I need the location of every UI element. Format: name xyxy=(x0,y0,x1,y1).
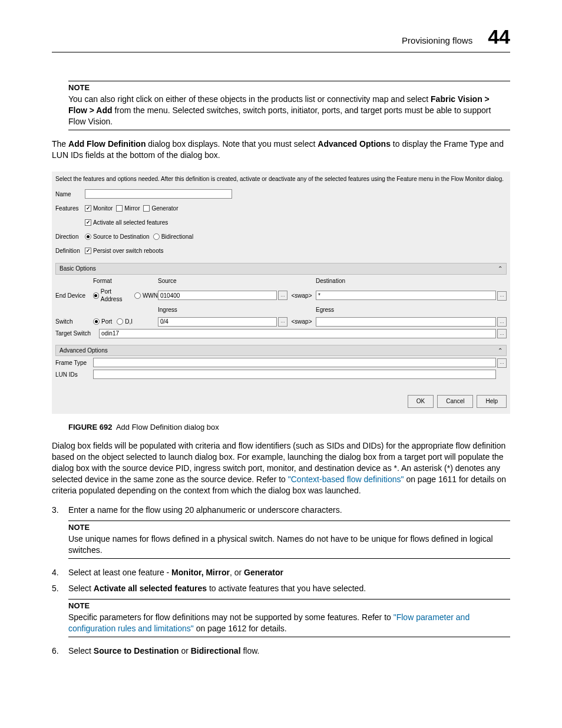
collapse-icon: ⌃ xyxy=(498,265,503,273)
add-flow-definition-dialog: Select the features and options needed. … xyxy=(52,172,510,414)
step-3: 3. Enter a name for the flow using 20 al… xyxy=(52,505,510,516)
port-address-radio[interactable]: Port Address xyxy=(93,288,130,304)
target-switch-input[interactable]: odin17 xyxy=(99,329,496,338)
swap-button[interactable]: <swap> xyxy=(291,292,312,299)
format-header: Format xyxy=(93,277,158,285)
name-input[interactable] xyxy=(85,189,232,199)
frame-type-label: Frame Type xyxy=(55,359,93,367)
note-label: NOTE xyxy=(68,83,510,93)
note-text: Specific parameters for flow definitions… xyxy=(68,612,510,634)
chapter-number: 44 xyxy=(488,24,510,51)
egress-header: Egress xyxy=(316,306,496,314)
note-text: Use unique names for flows defined in a … xyxy=(68,533,510,556)
ok-button[interactable]: OK xyxy=(408,395,434,408)
target-switch-browse-button[interactable]: … xyxy=(497,329,507,338)
figure-caption: FIGURE 692 Add Flow Definition dialog bo… xyxy=(68,422,510,433)
target-switch-label: Target Switch xyxy=(55,330,99,338)
step-6: 6. Select Source to Destination or Bidir… xyxy=(52,645,510,657)
generator-checkbox[interactable]: Generator xyxy=(143,205,178,213)
source-browse-button[interactable]: … xyxy=(278,291,287,300)
cancel-button[interactable]: Cancel xyxy=(437,395,473,408)
dialog-instruction: Select the features and options needed. … xyxy=(55,175,507,183)
frame-type-browse-button[interactable]: … xyxy=(497,358,507,368)
bidirectional-radio[interactable]: Bidirectional xyxy=(153,233,193,241)
basic-options-header[interactable]: Basic Options ⌃ xyxy=(55,263,507,275)
note-label: NOTE xyxy=(68,601,510,611)
monitor-checkbox[interactable]: Monitor xyxy=(85,205,113,213)
note-block: NOTE You can also right click on either … xyxy=(68,81,510,130)
egress-input[interactable] xyxy=(316,317,496,327)
wwn-radio[interactable]: WWN xyxy=(134,292,158,300)
ingress-input[interactable]: 0/4 xyxy=(158,317,277,327)
source-header: Source xyxy=(158,277,287,285)
features-label: Features xyxy=(55,205,85,213)
step-4: 4. Select at least one feature - Monitor… xyxy=(52,567,510,578)
source-input[interactable]: 010400 xyxy=(158,291,277,300)
lun-ids-input[interactable] xyxy=(93,370,496,379)
persist-checkbox[interactable]: Persist over switch reboots xyxy=(85,247,164,255)
mirror-checkbox[interactable]: Mirror xyxy=(116,205,140,213)
header-title: Provisioning flows xyxy=(402,35,472,47)
destination-input[interactable]: * xyxy=(316,291,496,300)
frame-type-input[interactable] xyxy=(93,358,496,367)
page-header: Provisioning flows 44 xyxy=(52,24,510,52)
swap-button-2[interactable]: <swap> xyxy=(291,318,312,325)
ingress-header: Ingress xyxy=(158,306,287,314)
di-radio[interactable]: D,I xyxy=(117,318,133,326)
destination-browse-button[interactable]: … xyxy=(497,291,507,301)
port-radio[interactable]: Port xyxy=(93,318,112,326)
advanced-options-header[interactable]: Advanced Options ⌃ xyxy=(55,345,507,357)
destination-header: Destination xyxy=(316,277,496,285)
source-to-destination-radio[interactable]: Source to Destination xyxy=(85,233,150,241)
note-block: NOTE Specific parameters for flow defini… xyxy=(68,599,510,637)
switch-label: Switch xyxy=(55,318,93,326)
end-device-label: End Device xyxy=(55,292,93,300)
paragraph: The Add Flow Definition dialog box displ… xyxy=(52,139,510,161)
egress-browse-button[interactable]: … xyxy=(497,317,507,327)
help-button[interactable]: Help xyxy=(477,395,507,408)
name-label: Name xyxy=(55,190,85,199)
note-text: You can also right click on either of th… xyxy=(68,94,510,127)
paragraph: Dialog box fields will be populated with… xyxy=(52,440,510,496)
activate-all-checkbox[interactable]: Activate all selected features xyxy=(85,219,168,227)
definition-label: Definition xyxy=(55,247,85,255)
note-block: NOTE Use unique names for flows defined … xyxy=(68,521,510,559)
direction-label: Direction xyxy=(55,233,85,241)
context-based-flow-link[interactable]: "Context-based flow definitions" xyxy=(288,475,404,484)
step-5: 5. Select Activate all selected features… xyxy=(52,583,510,594)
ingress-browse-button[interactable]: … xyxy=(278,317,287,327)
note-label: NOTE xyxy=(68,522,510,533)
lun-ids-label: LUN IDs xyxy=(55,371,93,379)
collapse-icon: ⌃ xyxy=(498,347,503,355)
